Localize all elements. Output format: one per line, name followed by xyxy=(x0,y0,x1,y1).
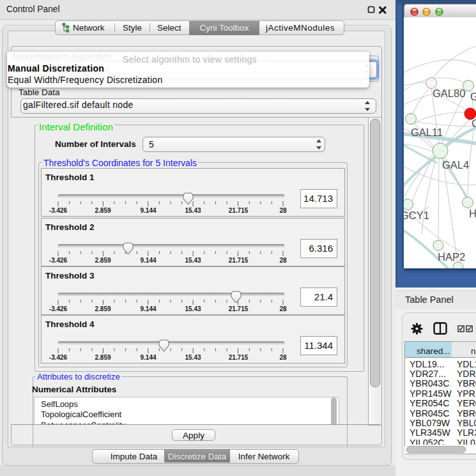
svg-text:C: C xyxy=(472,118,476,129)
svg-text:GAL11: GAL11 xyxy=(411,127,443,138)
svg-text:HAP2: HAP2 xyxy=(438,251,465,263)
svg-text:GCY1: GCY1 xyxy=(404,210,429,221)
svg-text:GAL4: GAL4 xyxy=(442,159,469,171)
svg-text:GAL80: GAL80 xyxy=(433,88,465,99)
svg-text:G: G xyxy=(470,91,476,102)
svg-text:H: H xyxy=(469,208,476,219)
